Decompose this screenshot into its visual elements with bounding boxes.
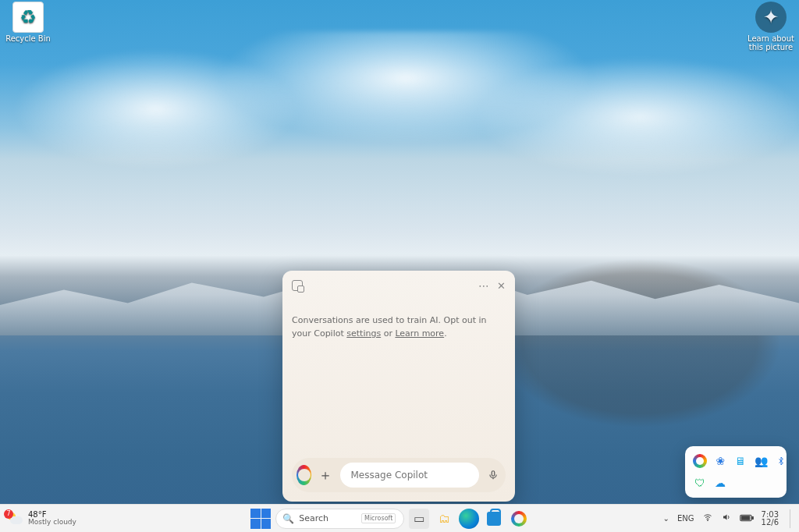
tray-teams-icon[interactable]: 👥	[754, 454, 768, 468]
language-indicator[interactable]: ENG	[677, 514, 694, 523]
recycle-bin-icon: ♻	[12, 2, 44, 33]
widgets-button[interactable]: 7 48°F Mostly cloudy	[0, 510, 117, 527]
weather-alert-badge: 7	[4, 509, 13, 519]
wifi-icon[interactable]	[702, 512, 713, 524]
tray-bluetooth-icon[interactable]	[774, 454, 788, 468]
edge-button[interactable]	[459, 509, 479, 529]
recycle-bin-label: Recycle Bin	[3, 34, 53, 43]
copilot-taskbar-button[interactable]	[509, 509, 529, 529]
tray-overflow-chevron[interactable]: ⌄	[663, 514, 669, 523]
microsoft-store-button[interactable]	[484, 509, 504, 529]
more-options-button[interactable]: ⋯	[478, 279, 489, 292]
taskbar: 7 48°F Mostly cloudy 🔍 Search Microsoft …	[0, 504, 799, 532]
svg-rect-4	[741, 516, 750, 520]
volume-icon[interactable]	[721, 512, 732, 524]
desktop[interactable]: ♻ Recycle Bin ✦ Learn about this picture…	[0, 0, 799, 532]
copilot-privacy-notice: Conversations are used to train AI. Opt …	[292, 314, 506, 340]
clock-time: 7:03	[762, 511, 779, 519]
new-topic-button[interactable]: ＋	[318, 464, 333, 486]
tray-birdsong-icon[interactable]: ❀	[713, 454, 727, 468]
spotlight-icon: ✦	[755, 2, 787, 33]
tray-windows-security-icon[interactable]: 🛡	[693, 476, 707, 490]
taskbar-right: ⌄ ENG 7:03 12/6	[663, 509, 799, 528]
notice-text-2: or	[381, 328, 395, 339]
show-desktop-button[interactable]	[790, 509, 793, 528]
copilot-window[interactable]: ⋯ ✕ Conversations are used to train AI. …	[282, 271, 515, 502]
notice-text-3: .	[444, 328, 447, 339]
taskbar-center: 🔍 Search Microsoft ▭ 🗂	[117, 509, 663, 529]
clock[interactable]: 7:03 12/6	[762, 511, 779, 527]
system-tray-overflow[interactable]: ❀ 🖥 👥 🛡 ☁	[685, 446, 787, 498]
weather-icon: 7	[6, 510, 23, 527]
learn-about-picture-label: Learn about this picture	[746, 34, 796, 51]
close-button[interactable]: ✕	[497, 280, 506, 292]
battery-icon[interactable]	[740, 513, 754, 524]
svg-rect-3	[751, 516, 753, 519]
learn-about-picture-desktop-icon[interactable]: ✦ Learn about this picture	[746, 2, 796, 51]
copilot-logo-icon[interactable]	[297, 465, 311, 485]
copilot-message-input[interactable]	[340, 463, 479, 488]
svg-point-1	[707, 520, 708, 521]
settings-link[interactable]: settings	[346, 328, 381, 339]
svg-rect-0	[492, 471, 495, 476]
microphone-button[interactable]	[485, 464, 501, 486]
copilot-input-row: ＋	[292, 458, 506, 492]
search-label: Search	[299, 513, 328, 523]
clock-date: 12/6	[762, 519, 779, 527]
task-view-button[interactable]: ▭	[409, 509, 429, 529]
tray-phone-link-icon[interactable]: 🖥	[733, 454, 748, 468]
search-icon: 🔍	[282, 513, 294, 524]
recycle-bin-desktop-icon[interactable]: ♻ Recycle Bin	[3, 2, 53, 43]
search-microsoft-badge: Microsoft	[361, 513, 396, 523]
weather-condition: Mostly cloudy	[28, 519, 76, 526]
tray-copilot-icon[interactable]	[693, 454, 707, 468]
copilot-titlebar: ⋯ ✕	[292, 278, 506, 293]
tray-onedrive-icon[interactable]: ☁	[713, 476, 727, 490]
learn-more-link[interactable]: Learn more	[395, 328, 444, 339]
start-button[interactable]	[250, 509, 271, 529]
expand-icon[interactable]	[292, 280, 303, 291]
taskbar-search[interactable]: 🔍 Search Microsoft	[275, 509, 404, 529]
file-explorer-button[interactable]: 🗂	[434, 509, 454, 529]
